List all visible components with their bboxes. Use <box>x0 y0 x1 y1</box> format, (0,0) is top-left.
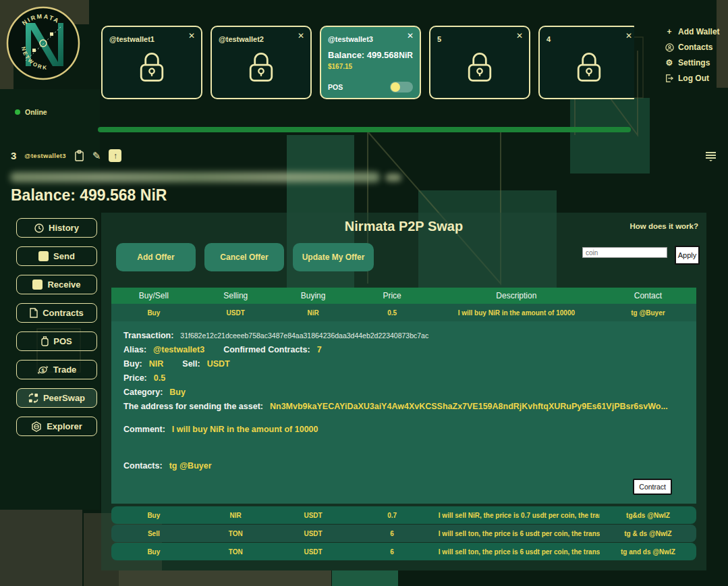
account-menu: + Add Wallet Contacts ⚙ Settings Log Out <box>665 27 720 83</box>
sell-value: USDT <box>207 357 230 371</box>
cell-buy-sell: Buy <box>111 512 196 519</box>
lock-icon <box>246 48 277 83</box>
transaction-label: Transaction: <box>123 329 173 343</box>
send-upload-button[interactable]: ↑ <box>109 149 121 162</box>
sidebar-item-receive[interactable]: ↓ Receive <box>16 275 97 294</box>
wallet-card-5[interactable]: 5 ✕ <box>429 26 530 99</box>
wallet-card-title: @testwallet3 <box>328 35 373 43</box>
sidebar-nav: History ↑ Send ↓ Receive Contracts POS $ <box>16 218 97 436</box>
sidebar-label: Receive <box>47 279 80 290</box>
sidebar-label: POS <box>53 336 72 346</box>
offer-row[interactable]: Buy NIR USDT 0.7 I will sell NiR, the pr… <box>111 506 696 524</box>
apply-filter-button[interactable]: Apply <box>675 246 700 265</box>
category-label: Category: <box>123 385 163 400</box>
wallet-address-blurred <box>10 172 380 182</box>
add-offer-button[interactable]: Add Offer <box>116 243 196 271</box>
cell-contact: tg & ds @NwlZ <box>600 530 696 537</box>
lock-icon <box>136 48 167 83</box>
sidebar-item-contracts[interactable]: Contracts <box>16 303 97 323</box>
cell-contact: tg @Buyer <box>600 309 696 317</box>
menu-label: Contacts <box>678 43 712 52</box>
progress-divider-bar <box>98 127 631 132</box>
close-icon[interactable]: ✕ <box>298 31 304 41</box>
cell-buy-sell: Buy <box>111 309 196 317</box>
lock-icon <box>573 48 605 83</box>
price-value: 0.5 <box>154 371 165 385</box>
card-currency: NiR <box>399 51 413 60</box>
buy-value: NIR <box>149 357 164 371</box>
settings-button[interactable]: ⚙ Settings <box>665 58 720 68</box>
bg-block <box>119 570 331 586</box>
bg-block <box>570 98 650 174</box>
cell-price: 6 <box>351 548 432 556</box>
nirmata-logo[interactable]: NIRMATA NETWORK <box>5 5 81 81</box>
cancel-offer-button[interactable]: Cancel Offer <box>204 243 284 271</box>
wallet-alias: @testwallet3 <box>24 152 65 159</box>
offer-detail-panel: Transaction: 31f682e12c21dceeeb758ac3487… <box>111 321 696 504</box>
sidebar-label: Send <box>53 251 75 261</box>
contacts-value: tg @Buyer <box>169 459 212 473</box>
sidebar-label: PeerSwap <box>43 393 85 403</box>
close-icon[interactable]: ✕ <box>625 31 632 41</box>
update-my-offer-button[interactable]: Update My Offer <box>293 243 374 271</box>
comment-value: I will buy NiR in the amount of 10000 <box>172 423 318 437</box>
lock-icon <box>464 48 495 83</box>
app-window: NIRMATA NETWORK Online @testwallet1 ✕ @t… <box>0 0 728 586</box>
offer-row[interactable]: Buy TON USDT 6 I will sell ton, the pric… <box>111 543 696 560</box>
cell-selling: TON <box>196 548 275 556</box>
copy-icon[interactable] <box>74 150 84 161</box>
sidebar-item-peerswap[interactable]: PeerSwap <box>16 388 97 408</box>
trade-dollar-icon: $ <box>37 365 49 375</box>
how-it-works-link[interactable]: How does it work? <box>629 222 698 230</box>
sidebar-item-explorer[interactable]: Explorer <box>16 417 97 436</box>
col-header: Buying <box>275 291 352 300</box>
pos-icon <box>41 336 49 346</box>
col-header: Selling <box>196 291 275 300</box>
offer-actions: Add Offer Cancel Offer Update My Offer <box>116 243 374 271</box>
plus-icon: + <box>665 27 674 36</box>
menu-label: Settings <box>678 58 710 68</box>
wallet-card-testwallet2[interactable]: @testwallet2 ✕ <box>211 26 312 99</box>
sidebar-item-history[interactable]: History <box>16 218 97 238</box>
close-icon[interactable]: ✕ <box>407 31 414 41</box>
contacts-button[interactable]: Contacts <box>665 43 720 52</box>
sidebar-item-pos[interactable]: POS <box>16 331 97 351</box>
cell-buying: USDT <box>275 548 352 556</box>
wallet-card-testwallet1[interactable]: @testwallet1 ✕ <box>101 26 202 99</box>
logout-button[interactable]: Log Out <box>665 74 720 83</box>
offer-row-expanded[interactable]: Buy USDT NiR 0.5 I will buy NiR in the a… <box>111 304 696 321</box>
clock-icon <box>34 223 44 233</box>
wallet-index: 3 <box>11 150 16 161</box>
contacts-label: Contacts: <box>123 459 163 473</box>
add-wallet-button[interactable]: + Add Wallet <box>665 27 720 36</box>
connection-status: Online <box>15 108 47 116</box>
close-icon[interactable]: ✕ <box>188 31 195 41</box>
coin-filter-input[interactable] <box>582 247 667 258</box>
wallet-info-bar: 3 @testwallet3 ✎ ↑ <box>11 149 121 162</box>
buy-label: Buy: <box>123 357 142 371</box>
offer-row[interactable]: Sell TON USDT 6 I will sell ton, the pri… <box>111 525 696 542</box>
receive-icon: ↓ <box>32 279 43 290</box>
pos-label: POS <box>328 83 343 91</box>
filter-sort-icon[interactable] <box>705 151 717 161</box>
sidebar-label: Trade <box>53 365 77 375</box>
pos-toggle[interactable] <box>390 82 413 92</box>
cell-buying: USDT <box>275 512 352 519</box>
close-icon[interactable]: ✕ <box>516 31 523 41</box>
wallet-card-testwallet3-selected[interactable]: @testwallet3 ✕ Balance: 499.568 NiR $167… <box>320 26 421 99</box>
contract-button[interactable]: Contract <box>633 479 672 495</box>
gear-icon: ⚙ <box>665 58 674 68</box>
sidebar-item-send[interactable]: ↑ Send <box>16 246 97 266</box>
sidebar-item-trade[interactable]: $ Trade <box>16 360 97 379</box>
alias-value: @testwallet3 <box>153 343 204 357</box>
sending-address-value: Nn3Mvb9kaYECAYiDaXU3aiY4Aw4XvKCSShaZx7VE… <box>270 400 668 414</box>
arrow-up-icon: ↑ <box>113 151 117 161</box>
cell-selling: TON <box>196 530 275 537</box>
comment-label: Comment: <box>123 423 165 437</box>
cell-description: I will sell NiR, the price is 0.7 usdt p… <box>433 512 600 519</box>
offers-table-header: Buy/Sell Selling Buying Price Descriptio… <box>111 288 696 304</box>
cell-description: I will buy NiR in the amount of 10000 <box>433 309 600 317</box>
wallet-card-4[interactable]: 4 ✕ <box>538 26 634 99</box>
sending-address-label: The address for sending the asset: <box>123 400 263 414</box>
edit-pencil-icon[interactable]: ✎ <box>92 150 101 162</box>
